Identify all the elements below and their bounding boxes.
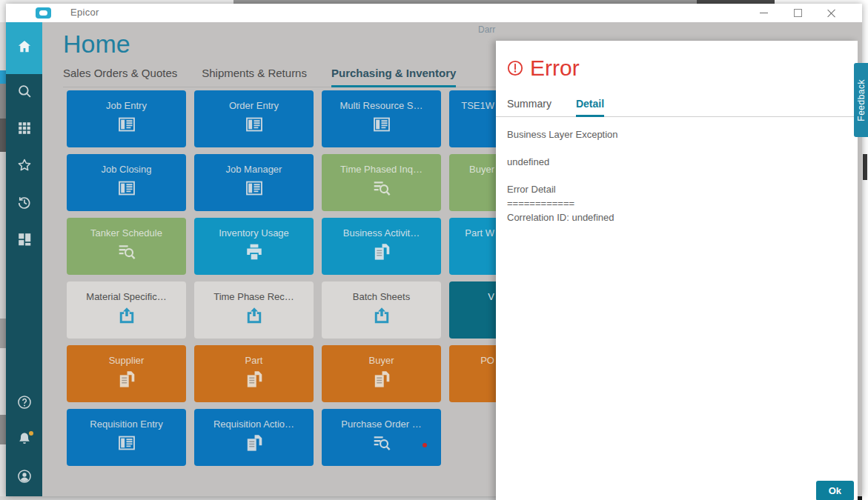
error-title: Error	[530, 56, 580, 81]
maximize-button[interactable]	[781, 4, 815, 22]
tile-job-manager[interactable]: Job Manager	[194, 154, 314, 211]
error-line: ============	[507, 198, 847, 209]
tile-purchase-order[interactable]: Purchase Order …	[322, 409, 441, 466]
star-icon	[16, 157, 33, 176]
tile-tanker-schedule[interactable]: Tanker Schedule	[67, 218, 186, 275]
sidebar-item-favorites[interactable]	[6, 148, 42, 185]
tile-material-specific[interactable]: Material Specific…	[67, 281, 186, 339]
tile-label: Time Phase Rec…	[194, 291, 314, 302]
sidebar-item-dashboards[interactable]	[6, 222, 42, 259]
report-icon	[371, 242, 393, 261]
tile-inventory-usage[interactable]: Inventory Usage	[194, 218, 314, 275]
epicor-window: Epicor Darr Home Sales Orders & QuotesSh…	[6, 4, 862, 496]
report-icon	[243, 370, 265, 389]
tile-label: Batch Sheets	[322, 291, 441, 302]
tile-label: V	[449, 291, 494, 302]
search-icon	[16, 83, 33, 102]
feedback-tab-label: Feedback	[856, 79, 867, 121]
tile-label: Order Entry	[194, 100, 314, 111]
tile-label: Material Specific…	[67, 291, 186, 302]
upload-icon	[116, 306, 138, 325]
minimize-button[interactable]	[746, 4, 781, 22]
help-icon	[16, 394, 33, 413]
user-name-label: Darr	[478, 24, 495, 35]
notification-dot	[423, 443, 427, 447]
tile-label: Job Manager	[194, 164, 314, 175]
sidebar-item-search[interactable]	[6, 74, 42, 111]
tile-label: Requisition Actio…	[194, 419, 314, 430]
search-list-icon	[116, 242, 138, 261]
tile-buyer[interactable]: Buyer	[322, 345, 441, 402]
close-button[interactable]	[815, 4, 849, 22]
person-icon	[16, 468, 33, 487]
tile-supplier[interactable]: Supplier	[67, 345, 186, 402]
tab-summary[interactable]: Summary	[507, 98, 551, 117]
sidebar-item-notifications[interactable]	[6, 422, 42, 459]
page-title: Home	[63, 30, 130, 59]
tile-label: PO	[449, 355, 494, 366]
upload-icon	[243, 306, 265, 325]
error-line: undefined	[507, 156, 847, 167]
tile-label: Buyer	[449, 164, 494, 175]
error-header: Error	[507, 56, 847, 81]
tile-label: TSE1W	[449, 100, 494, 111]
error-dialog: Error SummaryDetail Business Layer Excep…	[496, 41, 858, 500]
report-icon	[243, 433, 265, 453]
minimize-icon	[760, 13, 768, 13]
background-window-edge	[0, 0, 6, 500]
upload-icon	[371, 306, 393, 325]
tile-label: Inventory Usage	[194, 227, 314, 239]
window-title: Epicor	[70, 7, 99, 18]
form-icon	[371, 115, 393, 134]
tab-shipments-returns[interactable]: Shipments & Returns	[202, 67, 307, 87]
tile-label: Business Activit…	[322, 227, 441, 239]
error-line: Correlation ID: undefined	[507, 212, 847, 223]
tile-requisition-entry[interactable]: Requisition Entry	[67, 409, 186, 466]
sidebar-item-recent[interactable]	[6, 185, 42, 222]
sidebar-item-home[interactable]	[6, 22, 42, 74]
maximize-icon	[794, 9, 802, 17]
tile-label: Part	[194, 355, 314, 366]
tab-detail[interactable]: Detail	[576, 98, 604, 117]
form-icon	[243, 115, 265, 134]
tile-label: Job Entry	[67, 100, 186, 111]
tile-time-phase-rec[interactable]: Time Phase Rec…	[194, 281, 314, 339]
tile-label: Purchase Order …	[322, 419, 441, 430]
search-list-icon	[371, 433, 393, 453]
tile-label: Tanker Schedule	[67, 227, 186, 239]
tab-sales-orders-quotes[interactable]: Sales Orders & Quotes	[63, 67, 177, 87]
tile-business-activit[interactable]: Business Activit…	[322, 218, 441, 275]
epicor-logo-icon	[36, 7, 51, 19]
sidebar-item-account[interactable]	[6, 459, 42, 496]
notification-badge	[29, 431, 33, 436]
tile-label: Requisition Entry	[67, 419, 186, 430]
printer-icon	[243, 242, 265, 261]
report-icon	[371, 370, 393, 389]
titlebar: Epicor	[6, 4, 862, 22]
app-area: Darr Home Sales Orders & QuotesShipments…	[6, 22, 862, 496]
sidebar-item-help[interactable]	[6, 385, 42, 422]
sidebar-item-apps[interactable]	[6, 111, 42, 148]
tile-time-phased-inq[interactable]: Time Phased Inq…	[322, 154, 441, 211]
tile-order-entry[interactable]: Order Entry	[194, 90, 314, 147]
tile-job-closing[interactable]: Job Closing	[67, 154, 186, 211]
tile-multi-resource-s[interactable]: Multi Resource S…	[322, 90, 441, 147]
tile-label: Job Closing	[67, 164, 186, 175]
ok-button[interactable]: Ok	[816, 481, 854, 500]
close-icon	[827, 9, 836, 18]
tile-label: Part W	[449, 227, 494, 239]
error-line: Business Layer Exception	[507, 129, 847, 140]
history-icon	[16, 194, 33, 213]
tile-job-entry[interactable]: Job Entry	[67, 90, 186, 147]
tile-grid: Job EntryOrder EntryMulti Resource S…TSE…	[67, 90, 569, 466]
feedback-tab[interactable]: Feedback	[854, 63, 868, 137]
tile-batch-sheets[interactable]: Batch Sheets	[322, 281, 441, 339]
home-icon	[16, 39, 33, 58]
tile-requisition-actio[interactable]: Requisition Actio…	[194, 409, 314, 466]
dashboard-icon	[16, 231, 33, 250]
tile-label: Multi Resource S…	[322, 100, 441, 111]
form-icon	[116, 115, 138, 134]
tab-purchasing-inventory[interactable]: Purchasing & Inventory	[331, 67, 456, 87]
search-list-icon	[371, 179, 393, 198]
tile-part[interactable]: Part	[194, 345, 314, 402]
